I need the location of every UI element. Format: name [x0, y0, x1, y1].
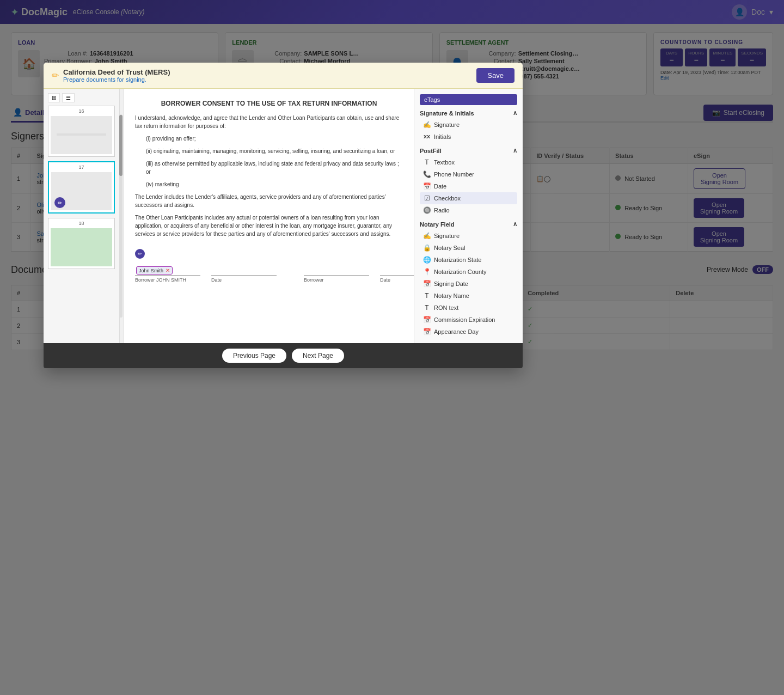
etags-header[interactable]: eTags	[420, 94, 517, 105]
sig-label-3: Borrower	[304, 277, 369, 283]
panel-phone[interactable]: 📞 Phone Number	[420, 168, 517, 180]
panel-notary-signature[interactable]: ✍ Signature	[420, 230, 517, 242]
commission-exp-icon: 📅	[423, 316, 431, 324]
doc-text-6: The Lender includes the Lender's affilia…	[135, 193, 403, 209]
borrower-date-block: Date	[211, 260, 277, 283]
sig-label-2: Date	[211, 277, 277, 283]
collapse-notary-icon[interactable]: ∧	[513, 221, 517, 228]
collapse-sig-icon[interactable]: ∧	[513, 109, 517, 117]
modal-footer-nav: Previous Page Next Page	[44, 343, 523, 368]
initials-icon: XX	[423, 133, 431, 141]
doc-text-5: (iv) marketing	[146, 180, 403, 188]
textbox-icon: T	[423, 158, 431, 166]
panel-radio[interactable]: 🔘 Radio	[420, 204, 517, 216]
panel-ron-text[interactable]: T RON text	[420, 302, 517, 314]
signature-line-2	[211, 260, 277, 276]
signature-line-3	[304, 260, 369, 276]
modal-thumbnail-sidebar: ⊞ ☰ 16 17 ✏	[44, 89, 120, 343]
vertical-scrollbar[interactable]	[120, 89, 124, 343]
ron-text-icon: T	[423, 304, 431, 312]
signing-date-icon: 📅	[423, 280, 431, 288]
modal-doc-title: California Deed of Trust (MERS)	[63, 68, 170, 76]
doc-text-3: (ii) originating, maintaining, managing,…	[146, 147, 403, 155]
date-icon: 📅	[423, 182, 431, 190]
document-editor-modal: ✏ California Deed of Trust (MERS) Prepar…	[44, 63, 523, 368]
panel-checkbox[interactable]: ☑ Checkbox	[420, 192, 517, 204]
doc-text-2: (i) providing an offer;	[146, 135, 403, 143]
notary-seal-icon: 🔒	[423, 244, 431, 252]
doc-content-title: BORROWER CONSENT TO THE USE OF TAX RETUR…	[135, 100, 403, 107]
doc-text-4: (iii) as otherwise permitted by applicab…	[146, 160, 403, 176]
panel-signing-date[interactable]: 📅 Signing Date	[420, 278, 517, 290]
panel-initials[interactable]: XX Initials	[420, 131, 517, 143]
panel-appearance-day[interactable]: 📅 Appearance Day	[420, 326, 517, 338]
borrower-date-block-2: Date	[380, 260, 414, 283]
sig-initials-section: Signature & Initials ∧	[420, 109, 517, 117]
thumbnail-page-17[interactable]: 17 ✏	[48, 161, 115, 214]
radio-icon: 🔘	[423, 206, 431, 214]
notary-field-section: Notary Field ∧	[420, 221, 517, 228]
modal-doc-subtitle[interactable]: Prepare documents for signing.	[63, 76, 170, 83]
signer-name-tag: John Smith ✕	[136, 266, 173, 275]
thumbnail-page-16[interactable]: 16	[48, 106, 115, 157]
panel-commission-expiration[interactable]: 📅 Commission Expiration	[420, 314, 517, 326]
doc-text-7: The Other Loan Participants includes any…	[135, 214, 403, 238]
checkbox-icon: ☑	[423, 194, 431, 202]
sig-label-1: Borrower JOHN SMITH	[135, 277, 200, 283]
modal-header: ✏ California Deed of Trust (MERS) Prepar…	[44, 63, 523, 89]
previous-page-button[interactable]: Previous Page	[222, 349, 286, 363]
sig-label-4: Date	[380, 277, 414, 283]
panel-notarization-state[interactable]: 🌐 Notarization State	[420, 254, 517, 266]
panel-textbox[interactable]: T Textbox	[420, 156, 517, 168]
thumbnail-page-18[interactable]: 18	[48, 218, 115, 269]
signature-icon: ✍	[423, 121, 431, 129]
postfill-section: PostFill ∧	[420, 147, 517, 154]
notary-sig-icon: ✍	[423, 232, 431, 240]
modal-save-button[interactable]: Save	[476, 68, 514, 83]
thumbnail-grid-view[interactable]: ⊞	[48, 93, 60, 102]
notarization-county-icon: 📍	[423, 268, 431, 276]
panel-signature[interactable]: ✍ Signature	[420, 119, 517, 131]
pencil-icon: ✏	[52, 70, 59, 81]
panel-notary-name[interactable]: T Notary Name	[420, 290, 517, 302]
thumbnail-list-view[interactable]: ☰	[62, 93, 75, 102]
phone-icon: 📞	[423, 170, 431, 178]
notarization-state-icon: 🌐	[423, 256, 431, 264]
next-page-button[interactable]: Next Page	[292, 349, 344, 363]
panel-notary-seal[interactable]: 🔒 Notary Seal	[420, 242, 517, 254]
appearance-day-icon: 📅	[423, 328, 431, 336]
borrower-sig-block-2: Borrower	[304, 260, 369, 283]
borrower-sig-block: ✏ John Smith ✕ Borrower JOHN SMITH	[135, 249, 200, 283]
doc-text-1: I understand, acknowledge, and agree tha…	[135, 114, 403, 130]
remove-signer-btn[interactable]: ✕	[166, 267, 170, 273]
signature-line-4	[380, 260, 414, 276]
modal-body: ⊞ ☰ 16 17 ✏	[44, 89, 523, 343]
panel-notarization-county[interactable]: 📍 Notarization County	[420, 266, 517, 278]
modal-right-panel: eTags Signature & Initials ∧ ✍ Signature…	[414, 89, 523, 343]
notary-name-icon: T	[423, 292, 431, 300]
modal-overlay: ✏ California Deed of Trust (MERS) Prepar…	[0, 0, 784, 695]
collapse-postfill-icon[interactable]: ∧	[513, 147, 517, 154]
signature-area: ✏ John Smith ✕ Borrower JOHN SMITH Date	[135, 249, 403, 283]
signer-avatar: ✏	[135, 249, 145, 259]
modal-doc-content: BORROWER CONSENT TO THE USE OF TAX RETUR…	[124, 89, 414, 343]
panel-date[interactable]: 📅 Date	[420, 180, 517, 192]
signature-line-1: John Smith ✕	[135, 260, 200, 276]
